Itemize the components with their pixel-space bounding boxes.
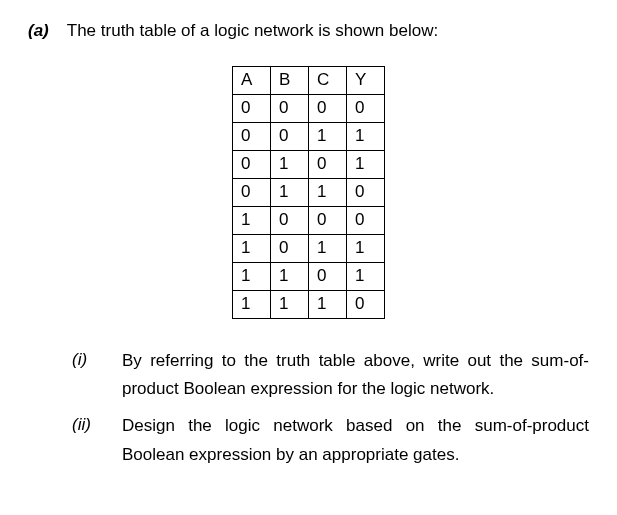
cell: 1 <box>347 234 385 262</box>
cell: 1 <box>271 178 309 206</box>
cell: 0 <box>271 206 309 234</box>
cell: 1 <box>271 262 309 290</box>
cell: 0 <box>309 150 347 178</box>
cell: 0 <box>271 94 309 122</box>
table-row: 1101 <box>233 262 385 290</box>
question-text: By referring to the truth table above, w… <box>122 347 589 405</box>
cell: 0 <box>309 262 347 290</box>
cell: 1 <box>309 234 347 262</box>
col-header-a: A <box>233 66 271 94</box>
part-label: (a) <box>28 18 49 44</box>
table-row: 1110 <box>233 290 385 318</box>
col-header-y: Y <box>347 66 385 94</box>
intro-text: The truth table of a logic network is sh… <box>67 18 589 44</box>
truth-table: ABCY 00000011010101101000101111011110 <box>232 66 385 319</box>
question-label: (i) <box>72 347 100 373</box>
cell: 0 <box>347 206 385 234</box>
cell: 0 <box>347 178 385 206</box>
cell: 1 <box>233 290 271 318</box>
cell: 1 <box>309 122 347 150</box>
cell: 0 <box>233 94 271 122</box>
cell: 1 <box>309 290 347 318</box>
cell: 1 <box>271 150 309 178</box>
question-row: (ii)Design the logic network based on th… <box>72 412 589 470</box>
cell: 0 <box>233 178 271 206</box>
question-label: (ii) <box>72 412 100 438</box>
question-text: Design the logic network based on the su… <box>122 412 589 470</box>
questions-block: (i)By referring to the truth table above… <box>28 347 589 471</box>
cell: 0 <box>271 234 309 262</box>
cell: 1 <box>233 234 271 262</box>
table-row: 1000 <box>233 206 385 234</box>
cell: 1 <box>347 150 385 178</box>
cell: 0 <box>347 94 385 122</box>
cell: 1 <box>233 206 271 234</box>
cell: 0 <box>271 122 309 150</box>
cell: 0 <box>233 122 271 150</box>
table-row: 0101 <box>233 150 385 178</box>
cell: 1 <box>347 262 385 290</box>
cell: 1 <box>233 262 271 290</box>
truth-table-wrap: ABCY 00000011010101101000101111011110 <box>28 66 589 319</box>
cell: 0 <box>309 94 347 122</box>
col-header-b: B <box>271 66 309 94</box>
table-row: 1011 <box>233 234 385 262</box>
cell: 0 <box>233 150 271 178</box>
table-row: 0110 <box>233 178 385 206</box>
cell: 0 <box>309 206 347 234</box>
cell: 1 <box>271 290 309 318</box>
intro-row: (a) The truth table of a logic network i… <box>28 18 589 44</box>
cell: 0 <box>347 290 385 318</box>
cell: 1 <box>347 122 385 150</box>
cell: 1 <box>309 178 347 206</box>
col-header-c: C <box>309 66 347 94</box>
table-row: 0000 <box>233 94 385 122</box>
question-row: (i)By referring to the truth table above… <box>72 347 589 405</box>
table-row: 0011 <box>233 122 385 150</box>
